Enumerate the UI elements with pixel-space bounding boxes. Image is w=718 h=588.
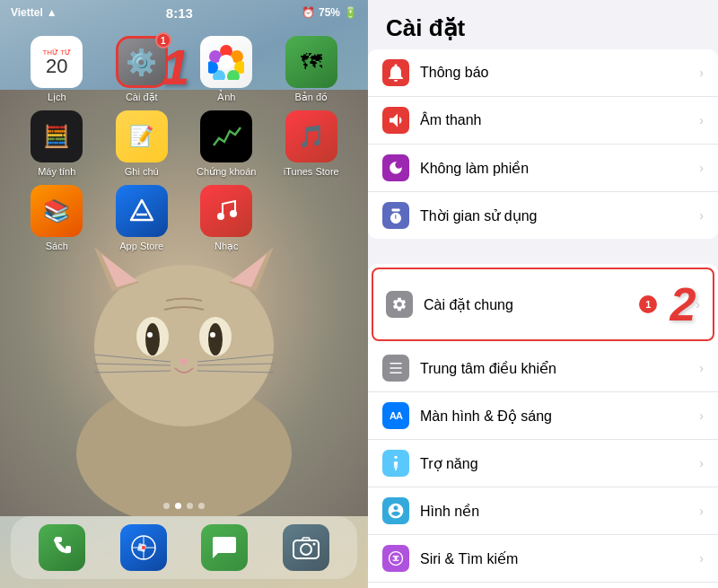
app-label-caidat: Cài đặt bbox=[126, 92, 158, 103]
settings-item-khonglam[interactable]: Không làm phiền › bbox=[368, 145, 718, 192]
app-itunes[interactable]: 🎵 iTunes Store bbox=[276, 110, 347, 178]
dock-phone[interactable] bbox=[39, 524, 85, 571]
settings-icon-trungtam bbox=[382, 355, 409, 382]
app-ghichu[interactable]: 📝 Ghi chú bbox=[106, 110, 178, 178]
settings-label-tronang: Trợ năng bbox=[420, 455, 699, 472]
app-icon-anh bbox=[200, 36, 252, 88]
app-lich[interactable]: Thứ Tư 20 Lịch bbox=[21, 36, 92, 103]
settings-icon-hinhnen bbox=[382, 497, 409, 524]
svg-rect-40 bbox=[390, 373, 402, 374]
settings-label-hinhnen: Hình nền bbox=[420, 503, 699, 520]
settings-item-amthanh[interactable]: Âm thanh › bbox=[368, 97, 718, 145]
separator-1 bbox=[368, 239, 718, 264]
app-nhac[interactable]: Nhạc bbox=[190, 185, 262, 252]
dot-0 bbox=[163, 503, 170, 509]
app-label-appstore: App Store bbox=[119, 241, 163, 251]
dock-messages[interactable] bbox=[201, 524, 248, 571]
settings-item-thongbao[interactable]: Thông báo › bbox=[368, 49, 718, 97]
app-icon-ghichu: 📝 bbox=[116, 110, 168, 162]
chevron-caidatchung: › bbox=[696, 297, 700, 312]
settings-label-siri: Siri & Tìm kiếm bbox=[420, 550, 699, 567]
app-row-3: 📚 Sách App Store bbox=[14, 185, 354, 252]
settings-group-1: Thông báo › Âm thanh › Không làm phiền › bbox=[368, 49, 718, 239]
carrier-label: Viettel bbox=[11, 6, 43, 19]
app-anh[interactable]: Ảnh bbox=[190, 36, 262, 103]
settings-label-thoigian: Thời gian sử dụng bbox=[420, 207, 699, 224]
dot-1 bbox=[175, 503, 181, 509]
annotation-2: 2 bbox=[670, 277, 696, 331]
app-label-ghichu: Ghi chú bbox=[125, 166, 159, 177]
settings-icon-thongbao bbox=[382, 59, 409, 86]
settings-label-khonglam: Không làm phiền bbox=[420, 160, 699, 177]
app-chungkhoan[interactable]: Chứng khoán bbox=[190, 110, 262, 178]
settings-item-siri[interactable]: Siri & Tìm kiếm › bbox=[368, 535, 718, 583]
chevron-tronang: › bbox=[699, 456, 704, 470]
settings-icon-manhinh: AA bbox=[382, 402, 409, 429]
settings-icon-thoigian bbox=[382, 202, 409, 229]
svg-point-26 bbox=[219, 55, 233, 69]
status-right: ⏰ 75% 🔋 bbox=[302, 6, 357, 19]
alarm-icon: ⏰ bbox=[302, 6, 315, 19]
svg-rect-37 bbox=[392, 209, 400, 212]
app-appstore[interactable]: App Store bbox=[106, 185, 178, 252]
settings-icon-tronang bbox=[382, 450, 409, 477]
settings-icon-caidatchung bbox=[386, 291, 413, 318]
app-maytinh[interactable]: 🧮 Máy tính bbox=[21, 110, 92, 178]
app-label-sach: Sách bbox=[46, 241, 68, 251]
app-label-chungkhoan: Chứng khoán bbox=[197, 166, 256, 178]
app-icon-itunes: 🎵 bbox=[285, 110, 337, 162]
svg-point-29 bbox=[230, 210, 237, 217]
settings-item-hinhnen[interactable]: Hình nền › bbox=[368, 487, 718, 535]
status-bar: Viettel ▲ 8:13 ⏰ 75% 🔋 bbox=[0, 0, 368, 25]
settings-title: Cài đặt bbox=[368, 0, 718, 49]
settings-panel: Cài đặt Thông báo › Âm thanh › bbox=[368, 0, 718, 588]
settings-item-thoigian[interactable]: Thời gian sử dụng › bbox=[368, 192, 718, 239]
app-bando[interactable]: 🗺 Bản đồ bbox=[276, 36, 347, 103]
svg-point-10 bbox=[147, 332, 153, 338]
app-label-anh: Ảnh bbox=[217, 92, 235, 103]
settings-label-caidatchung: Cài đặt chung bbox=[424, 296, 639, 313]
settings-item-trungtam[interactable]: Trung tâm điều khiển › bbox=[368, 345, 718, 392]
phone-screen: Viettel ▲ 8:13 ⏰ 75% 🔋 Thứ Tư 20 Lịch bbox=[0, 0, 368, 588]
settings-item-touchid[interactable]: Touch ID & Mật mã › bbox=[368, 583, 718, 588]
settings-label-manhinh: Màn hình & Độ sáng bbox=[420, 408, 699, 425]
app-icon-maytinh: 🧮 bbox=[31, 110, 83, 162]
chevron-siri: › bbox=[699, 551, 704, 566]
page-dots bbox=[0, 503, 368, 509]
app-sach[interactable]: 📚 Sách bbox=[21, 185, 92, 252]
status-left: Viettel ▲ bbox=[11, 6, 57, 19]
svg-point-9 bbox=[208, 323, 223, 355]
chevron-trungtam: › bbox=[699, 361, 704, 375]
settings-item-tronang[interactable]: Trợ năng › bbox=[368, 440, 718, 487]
app-empty bbox=[276, 185, 347, 252]
svg-rect-38 bbox=[390, 363, 402, 364]
settings-icon-siri bbox=[382, 545, 409, 572]
annotation-1: 1 bbox=[162, 38, 189, 96]
svg-point-11 bbox=[210, 332, 215, 338]
settings-item-manhinh[interactable]: AA Màn hình & Độ sáng › bbox=[368, 392, 718, 440]
app-icon-lich: Thứ Tư 20 bbox=[31, 36, 83, 88]
settings-icon-khonglam bbox=[382, 154, 409, 181]
dot-2 bbox=[187, 503, 193, 509]
settings-icon-amthanh bbox=[382, 107, 409, 134]
dock-safari[interactable] bbox=[120, 524, 167, 571]
chevron-amthanh: › bbox=[699, 113, 704, 127]
chevron-thoigian: › bbox=[699, 208, 704, 223]
app-label-bando: Bản đồ bbox=[294, 92, 328, 103]
svg-point-41 bbox=[394, 456, 397, 459]
svg-point-43 bbox=[394, 557, 397, 559]
app-icon-chungkhoan bbox=[200, 110, 252, 162]
settings-label-trungtam: Trung tâm điều khiển bbox=[420, 360, 699, 377]
settings-item-caidatchung[interactable]: Cài đặt chung 1 2 › bbox=[372, 268, 714, 341]
svg-rect-39 bbox=[390, 367, 402, 369]
app-icon-sach: 📚 bbox=[31, 185, 83, 237]
app-row-2: 🧮 Máy tính 📝 Ghi chú Chứng khoán bbox=[14, 110, 354, 178]
dock-camera[interactable] bbox=[283, 524, 329, 571]
svg-point-36 bbox=[312, 543, 315, 546]
app-icon-appstore bbox=[116, 185, 168, 237]
wifi-icon: ▲ bbox=[47, 6, 57, 19]
battery-icon: 🔋 bbox=[344, 6, 357, 19]
dock bbox=[11, 516, 357, 579]
app-icon-nhac bbox=[200, 185, 252, 237]
chevron-thongbao: › bbox=[699, 66, 704, 80]
